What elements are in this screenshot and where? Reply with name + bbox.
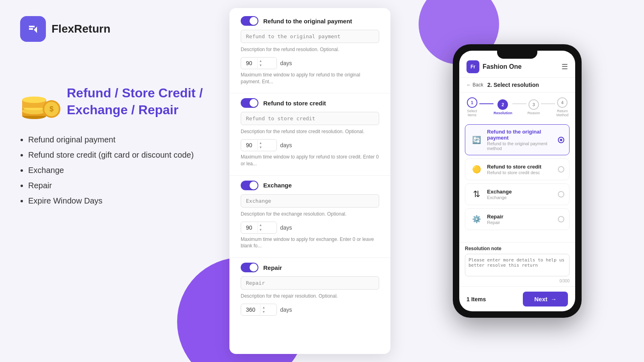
- refund-original-info: Refund to the original payment Refund to…: [487, 129, 554, 151]
- toggle-label-store-credit: Refund to store credit: [263, 100, 326, 107]
- days-row-refund-original: 90 ▲▼ days: [241, 57, 379, 69]
- input-repair[interactable]: Repair: [241, 276, 379, 290]
- days-input-store-credit[interactable]: 90 ▲▼: [241, 139, 277, 151]
- phone-footer: 1 Items Next →: [459, 286, 575, 311]
- refund-original-desc: Refund to the original payment method: [487, 141, 554, 151]
- resolution-item-refund-original[interactable]: 🔄 Refund to the original payment Refund …: [465, 124, 570, 155]
- repair-desc: Repair: [487, 220, 554, 225]
- back-arrow-icon: ←: [466, 82, 471, 88]
- days-label-store-credit: days: [280, 142, 292, 148]
- step-label-1: Select Items: [465, 109, 479, 117]
- hamburger-icon[interactable]: ☰: [561, 62, 568, 71]
- repair-icon: ⚙️: [470, 213, 483, 226]
- desc-refund-original: Description for the refund resolution. O…: [241, 46, 379, 53]
- step-item-3: 3 Reason: [526, 99, 541, 115]
- logo-box: [20, 16, 46, 42]
- back-label: Back: [473, 82, 483, 88]
- repair-radio[interactable]: [558, 216, 564, 222]
- days-arrows-repair[interactable]: ▲▼: [260, 304, 267, 315]
- bullet-item-1: Refund original payment: [28, 134, 205, 146]
- refund-original-radio[interactable]: [558, 137, 564, 143]
- admin-panel: Refund to the original payment Refund to…: [229, 8, 390, 354]
- step-line-2-3: [512, 103, 527, 104]
- next-button[interactable]: Next →: [523, 292, 568, 306]
- resolution-item-repair[interactable]: ⚙️ Repair Repair: [465, 208, 570, 230]
- step-label-2: Resolution: [493, 111, 512, 115]
- bullet-item-4: Repair: [28, 179, 205, 191]
- back-button[interactable]: ← Back: [466, 82, 483, 88]
- input-exchange[interactable]: Exchange: [241, 194, 379, 208]
- days-row-exchange: 90 ▲▼ days: [241, 222, 379, 234]
- toggle-repair[interactable]: [241, 263, 258, 272]
- toggle-label-refund-original: Refund to the original payment: [263, 18, 352, 25]
- days-arrows-refund-original[interactable]: ▲▼: [257, 58, 264, 68]
- desc-exchange: Description for the exchange resolution.…: [241, 211, 379, 218]
- phone-shop-name: Fashion One: [483, 63, 522, 70]
- phone-notch: [497, 51, 537, 59]
- step-line-3-4: [541, 103, 555, 104]
- admin-section-store-credit: Refund to store credit Refund to store c…: [229, 98, 390, 167]
- days-row-repair: 360 ▲▼ days: [241, 304, 379, 316]
- svg-text:$: $: [50, 105, 54, 113]
- resolution-item-exchange[interactable]: ⇅ Exchange Exchange: [465, 183, 570, 205]
- bullet-item-2: Refund store credit (gift card or discou…: [28, 149, 205, 161]
- days-arrows-store-credit[interactable]: ▲▼: [257, 140, 264, 150]
- input-refund-original[interactable]: Refund to the original payment: [241, 30, 379, 43]
- phone-logo-text: Fr: [471, 64, 475, 70]
- admin-section-refund-original: Refund to the original payment Refund to…: [229, 16, 390, 85]
- store-credit-radio[interactable]: [558, 166, 564, 173]
- exchange-title: Exchange: [487, 189, 554, 195]
- days-row-store-credit: 90 ▲▼ days: [241, 139, 379, 151]
- phone-logo-box: Fr: [466, 60, 479, 73]
- toggle-store-credit[interactable]: [241, 98, 258, 108]
- step-item-1: 1 Select Items: [465, 97, 479, 117]
- days-input-refund-original[interactable]: 90 ▲▼: [241, 57, 277, 69]
- input-store-credit[interactable]: Refund to store credit: [241, 112, 379, 125]
- divider-1: [229, 93, 390, 93]
- toggle-row-refund-original: Refund to the original payment: [241, 16, 379, 26]
- days-arrows-exchange[interactable]: ▲▼: [257, 222, 264, 232]
- days-input-exchange[interactable]: 90 ▲▼: [241, 222, 277, 234]
- store-credit-icon: 🟡: [470, 163, 483, 176]
- step-circle-4: 4: [557, 97, 568, 108]
- step-label-3: Reason: [528, 111, 540, 115]
- next-label: Next: [534, 296, 547, 302]
- items-count: 1 Items: [466, 296, 486, 302]
- store-credit-desc: Refund to store credit desc: [487, 170, 554, 175]
- desc-store-credit: Description for the refund store credit …: [241, 128, 379, 135]
- phone-logo-area: Fr Fashion One: [466, 60, 522, 73]
- toggle-row-store-credit: Refund to store credit: [241, 98, 379, 108]
- days-desc-exchange: Maximum time window to apply for exchang…: [241, 236, 379, 250]
- feature-hero: $ Refund / Store Credit / Exchange / Rep…: [20, 84, 205, 120]
- note-textarea[interactable]: [465, 254, 570, 276]
- days-input-repair[interactable]: 360 ▲▼: [241, 304, 277, 316]
- toggle-exchange[interactable]: [241, 181, 258, 190]
- step-item-2: 2 Resolution: [493, 99, 512, 115]
- phone-nav: ← Back 2. Select resolution: [459, 78, 575, 93]
- admin-section-exchange: Exchange Exchange Description for the ex…: [229, 181, 390, 249]
- phone-mockup: Fr Fashion One ☰ ← Back 2. Select resolu…: [453, 44, 582, 318]
- refund-original-title: Refund to the original payment: [487, 129, 554, 141]
- logo-area: FlexReturn: [20, 16, 205, 42]
- next-arrow-icon: →: [551, 296, 557, 302]
- step-title: 2. Select resolution: [487, 82, 539, 88]
- step-item-4: 4 Return Method: [555, 97, 570, 117]
- exchange-icon: ⇅: [470, 188, 483, 201]
- step-label-4: Return Method: [555, 109, 570, 117]
- toggle-refund-original[interactable]: [241, 16, 258, 26]
- toggle-row-repair: Repair: [241, 263, 379, 272]
- stepper: 1 Select Items 2 Resolution 3 Reason 4 R…: [459, 93, 575, 120]
- feature-title: Refund / Store Credit / Exchange / Repai…: [67, 85, 203, 118]
- toggle-row-exchange: Exchange: [241, 181, 379, 190]
- days-label-exchange: days: [280, 224, 292, 231]
- store-credit-title: Refund to store credit: [487, 164, 554, 170]
- coin-stack-icon: $: [20, 84, 60, 120]
- repair-title: Repair: [487, 214, 554, 220]
- bullet-item-3: Exchange: [28, 164, 205, 176]
- exchange-radio[interactable]: [558, 191, 564, 197]
- note-section: Resolution note 0/300: [459, 242, 575, 286]
- days-label-repair: days: [280, 306, 292, 313]
- step-line-1-2: [479, 103, 494, 104]
- note-label: Resolution note: [465, 246, 570, 251]
- resolution-item-store-credit[interactable]: 🟡 Refund to store credit Refund to store…: [465, 158, 570, 180]
